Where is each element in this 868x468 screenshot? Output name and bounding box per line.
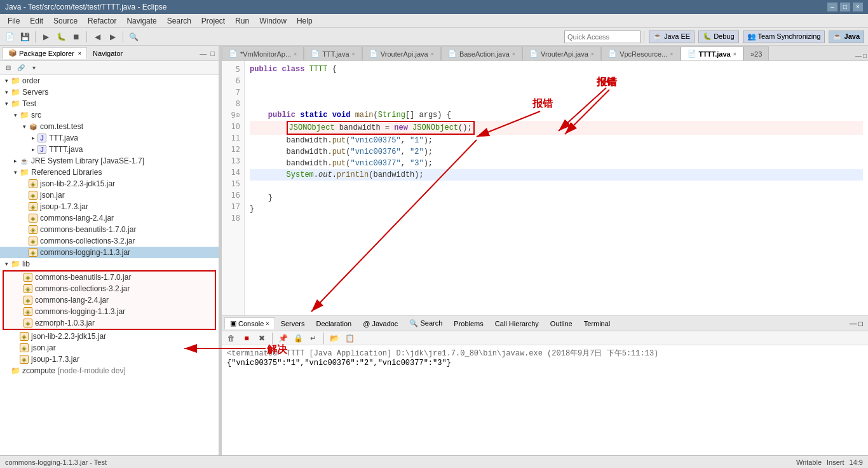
editor-tab-ttt[interactable]: 📄 TTT.java × xyxy=(304,46,362,60)
code-content[interactable]: public class TTTT { public static void m… xyxy=(245,61,868,315)
scroll-lock-button[interactable]: 🔒 xyxy=(291,331,305,345)
save-button[interactable]: 💾 xyxy=(18,30,32,44)
editor-tab-vpc[interactable]: 📄 VpcResource... × xyxy=(601,46,680,60)
tree-expand-icon[interactable]: ▾ xyxy=(3,261,10,267)
tree-item[interactable]: ◈commons-logging-1.1.3.jar xyxy=(0,247,219,258)
menu-icon[interactable]: ▾ xyxy=(28,62,39,74)
tree-expand-icon[interactable]: ▸ xyxy=(11,158,19,164)
quick-access-input[interactable] xyxy=(564,31,641,43)
tree-item[interactable]: ▸JTTTT.java xyxy=(0,144,219,155)
tree-item[interactable]: ▾📁Test xyxy=(0,98,219,109)
back-button[interactable]: ◀ xyxy=(90,30,104,44)
tree-item[interactable]: ◈commons-collections-3.2.jar xyxy=(4,283,215,294)
menu-source[interactable]: Source xyxy=(48,15,83,27)
pin-console-button[interactable]: 📌 xyxy=(276,331,290,345)
console-tab-problems[interactable]: Problems xyxy=(448,318,489,329)
minimize-console-icon[interactable]: — xyxy=(850,319,857,328)
close-tab-icon[interactable]: × xyxy=(512,51,515,57)
tree-item[interactable]: 📁zcompute[node-f-module dev] xyxy=(0,365,219,376)
tree-expand-icon[interactable]: ▾ xyxy=(11,169,19,176)
close-package-explorer-icon[interactable]: × xyxy=(78,50,81,57)
tree-item[interactable]: ▸☕JRE System Library [JavaSE-1.7] xyxy=(0,155,219,167)
clear-console-button[interactable]: 🗑 xyxy=(224,331,238,345)
tree-area[interactable]: ▾📁order▾📁Servers▾📁Test▾📁src▾📦com.test.te… xyxy=(0,75,219,455)
minimize-panel-icon[interactable]: — xyxy=(198,50,208,57)
maximize-button[interactable]: □ xyxy=(840,3,850,11)
close-button[interactable]: × xyxy=(853,3,863,11)
titlebar-controls[interactable]: – □ × xyxy=(827,3,863,11)
debug-button[interactable]: 🐛 xyxy=(54,30,68,44)
menu-search[interactable]: Search xyxy=(162,15,196,27)
run-button[interactable]: ▶ xyxy=(39,30,53,44)
editor-tab-tttt[interactable]: 📄 TTTT.java × xyxy=(681,46,743,60)
tree-item[interactable]: ◈commons-logging-1.1.3.jar xyxy=(4,306,215,317)
close-tab-icon[interactable]: × xyxy=(294,51,297,57)
menu-file[interactable]: File xyxy=(3,15,25,27)
console-tab-javadoc[interactable]: @ Javadoc xyxy=(357,318,403,329)
menu-window[interactable]: Window xyxy=(254,15,292,27)
perspective-debug[interactable]: 🐛 Debug xyxy=(698,31,738,43)
tree-item[interactable]: ▾📁order xyxy=(0,75,219,86)
tree-expand-icon[interactable]: ▸ xyxy=(29,146,37,153)
tree-item[interactable]: ▾📁Referenced Libraries xyxy=(0,167,219,178)
tree-item[interactable]: ▾📁lib xyxy=(0,258,219,270)
tree-item[interactable]: ▾📁Servers xyxy=(0,86,219,98)
tree-item[interactable]: ▾📦com.test.test xyxy=(0,121,219,132)
minimize-button[interactable]: – xyxy=(827,3,837,11)
code-editor[interactable]: 5 6 7 8 9⊙ 10 11 12 13 14 15 16 17 18 pu… xyxy=(222,61,868,315)
stop-button[interactable]: ⏹ xyxy=(69,30,83,44)
tree-item[interactable]: ▸JTTT.java xyxy=(0,132,219,144)
menu-navigate[interactable]: Navigate xyxy=(121,15,161,27)
menu-run[interactable]: Run xyxy=(230,15,254,27)
tree-expand-icon[interactable]: ▾ xyxy=(3,78,10,84)
console-tab-outline[interactable]: Outline xyxy=(545,318,578,329)
editor-tab-vrouter1[interactable]: 📄 VrouterApi.java × xyxy=(362,46,441,60)
maximize-console-icon[interactable]: □ xyxy=(858,319,863,328)
console-tab-servers[interactable]: Servers xyxy=(275,318,311,329)
console-tab-search[interactable]: 🔍 Search xyxy=(403,317,448,329)
perspective-javaee[interactable]: ☕ Java EE xyxy=(649,31,695,43)
console-tab-console[interactable]: ▣ Console × xyxy=(224,317,275,329)
menu-help[interactable]: Help xyxy=(292,15,318,27)
tree-item[interactable]: ◈json.jar xyxy=(0,189,219,201)
forward-button[interactable]: ▶ xyxy=(105,30,119,44)
close-tab-icon[interactable]: × xyxy=(670,51,673,57)
close-console-icon[interactable]: × xyxy=(266,320,269,327)
close-tab-icon[interactable]: × xyxy=(591,51,594,57)
remove-console-button[interactable]: ✖ xyxy=(255,331,269,345)
tree-item[interactable]: ◈ezmorph-1.0.3.jar xyxy=(4,317,215,329)
tree-item[interactable]: ◈jsoup-1.7.3.jar xyxy=(0,201,219,212)
word-wrap-button[interactable]: ↵ xyxy=(306,331,320,345)
minimize-editor-icon[interactable]: — xyxy=(855,52,862,59)
menu-edit[interactable]: Edit xyxy=(25,15,48,27)
menu-project[interactable]: Project xyxy=(196,15,230,27)
tree-expand-icon[interactable]: ▾ xyxy=(11,112,19,118)
tree-item[interactable]: ▾📁src xyxy=(0,109,219,121)
link-editor-icon[interactable]: 🔗 xyxy=(15,62,27,74)
editor-tab-overflow[interactable]: »23 xyxy=(743,46,769,60)
maximize-editor-icon[interactable]: □ xyxy=(863,52,867,59)
copy-button[interactable]: 📋 xyxy=(342,331,356,345)
search-toolbar-button[interactable]: 🔍 xyxy=(126,30,140,44)
close-tab-icon[interactable]: × xyxy=(733,51,736,57)
tree-item[interactable]: ◈json.jar xyxy=(0,342,219,354)
tree-item[interactable]: ◈jsoup-1.7.3.jar xyxy=(0,354,219,365)
editor-tab-baseaction[interactable]: 📄 BaseAction.java × xyxy=(441,46,522,60)
close-tab-icon[interactable]: × xyxy=(431,51,434,57)
tree-item[interactable]: ◈commons-beanutils-1.7.0.jar xyxy=(4,272,215,283)
perspective-team[interactable]: 👥 Team Synchronizing xyxy=(743,31,825,43)
tree-item[interactable]: ◈commons-collections-3.2.jar xyxy=(0,235,219,247)
close-tab-icon[interactable]: × xyxy=(352,51,355,57)
tab-navigator[interactable]: Navigator xyxy=(87,48,128,59)
tree-expand-icon[interactable]: ▾ xyxy=(20,123,28,130)
stop-console-button[interactable]: ■ xyxy=(240,331,254,345)
tree-expand-icon[interactable]: ▾ xyxy=(3,89,10,95)
tab-package-explorer[interactable]: 📦 Package Explorer × xyxy=(3,47,87,59)
console-tab-declaration[interactable]: Declaration xyxy=(311,318,358,329)
tree-item[interactable]: ◈commons-beanutils-1.7.0.jar xyxy=(0,224,219,235)
tree-expand-icon[interactable]: ▸ xyxy=(29,135,37,141)
maximize-panel-icon[interactable]: □ xyxy=(209,50,216,57)
perspective-java[interactable]: ☕ Java xyxy=(829,31,864,43)
console-tab-callhierarchy[interactable]: Call Hierarchy xyxy=(489,318,545,329)
tree-item[interactable]: ◈commons-lang-2.4.jar xyxy=(4,294,215,306)
